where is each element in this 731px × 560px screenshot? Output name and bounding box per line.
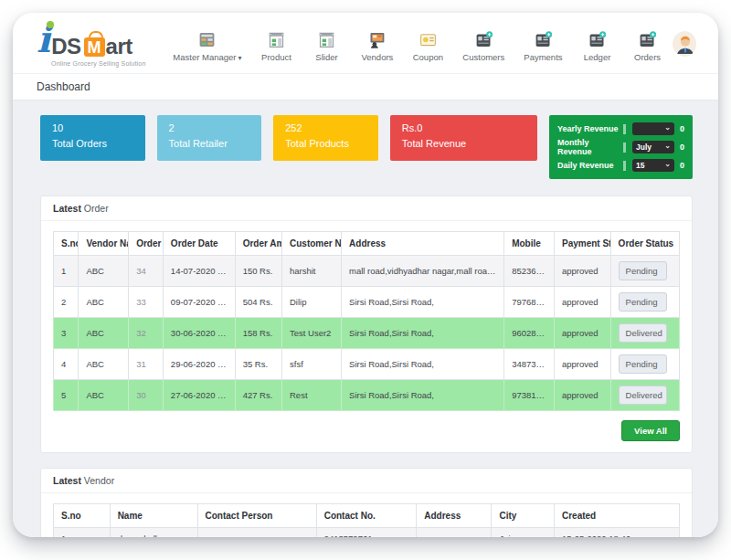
logo-letter-m: M bbox=[88, 38, 101, 57]
nav-item-customers[interactable]: Customers bbox=[462, 30, 504, 62]
grid-icon bbox=[197, 30, 217, 49]
cell-vendor: ABC bbox=[79, 318, 129, 349]
user-avatar[interactable] bbox=[673, 31, 696, 57]
nav-item-label: Product bbox=[261, 52, 291, 62]
table-row: 1ABC3414-07-2020 11:57 AM150 Rs.harshitm… bbox=[54, 256, 680, 287]
order-status-box[interactable]: Pending bbox=[619, 354, 668, 374]
order-status-box[interactable]: Delivered bbox=[619, 386, 668, 405]
cell-sno: 1 bbox=[54, 256, 79, 287]
cell-mobile: 8523697410 bbox=[504, 256, 555, 287]
cell-payment: approved bbox=[554, 318, 610, 349]
cell-sno: 5 bbox=[54, 380, 79, 411]
cell-address: Sirsi Road,Sirsi Road, bbox=[342, 318, 504, 349]
latest-vendor-table: S.noNameContact PersonContact No.Address… bbox=[53, 503, 680, 537]
cell-mobile: 9738108873 bbox=[504, 380, 555, 411]
nav-item-product[interactable]: Product bbox=[260, 30, 291, 62]
select-value: July bbox=[636, 143, 652, 152]
daily-revenue-row: Daily Revenue150 bbox=[557, 159, 684, 172]
header-row: S.noVendor NameOrder NoOrder DateOrder A… bbox=[54, 232, 680, 256]
cell-date: 29-06-2020 16:20 PM bbox=[163, 349, 235, 380]
nav-item-slider[interactable]: Slider bbox=[311, 30, 342, 62]
select-value: 15 bbox=[636, 161, 644, 170]
orders-view-all-button[interactable]: View All bbox=[621, 420, 680, 441]
cell-order_no: 31 bbox=[129, 349, 164, 380]
divider-bar bbox=[623, 143, 626, 153]
contact-card-icon bbox=[534, 30, 553, 49]
cell-address: mall road,vidhyadhar nagar,mall road,vid… bbox=[342, 256, 504, 287]
logo-tagline: Online Grocery Selling Solution bbox=[51, 60, 173, 67]
daily-revenue-select[interactable]: 15 bbox=[632, 159, 674, 172]
stat-card-total-orders: 10Total Orders bbox=[40, 115, 145, 161]
order-status-box[interactable]: Pending bbox=[619, 292, 668, 312]
stat-label: Total Orders bbox=[52, 138, 133, 149]
divider-bar bbox=[623, 124, 626, 134]
cell-customer: Test User2 bbox=[282, 318, 342, 349]
nav-item-payments[interactable]: Payments bbox=[524, 30, 562, 62]
cell-date: 14-07-2020 11:57 AM bbox=[163, 256, 235, 287]
order-status-box[interactable]: Delivered bbox=[619, 323, 668, 343]
table-row: 5ABC3027-06-2020 16:22 PM427 Rs.RestSirs… bbox=[54, 380, 680, 411]
cell-contact_person bbox=[197, 528, 316, 538]
yearly-revenue-select[interactable] bbox=[632, 122, 674, 135]
stat-card-total-products: 252Total Products bbox=[273, 115, 378, 161]
nav-item-label: Vendors bbox=[361, 52, 393, 62]
monthly-revenue-select[interactable]: July bbox=[632, 141, 674, 153]
cell-contact_no: 9413579761 bbox=[316, 528, 417, 538]
cell-customer: Dilip bbox=[282, 287, 342, 318]
cell-address: Sirsi Road,Sirsi Road, bbox=[342, 349, 504, 380]
logo-letter-i: i bbox=[37, 21, 50, 58]
cell-mobile: 9602891887 bbox=[504, 318, 555, 349]
table-row: 1doomshell9413579761Jaipur15-05-2020 18:… bbox=[54, 528, 680, 538]
nav-item-orders[interactable]: Orders bbox=[632, 30, 663, 62]
cell-order_no: 34 bbox=[129, 256, 164, 287]
nav-item-label: Orders bbox=[634, 52, 661, 62]
cell-status: Delivered bbox=[610, 318, 679, 349]
latest-order-title: Latest Order bbox=[41, 196, 692, 221]
contact-card-icon bbox=[638, 30, 657, 49]
table-row: 4ABC3129-06-2020 16:20 PM35 Rs.sfsfSirsi… bbox=[54, 349, 680, 380]
nav-item-vendors[interactable]: Vendors bbox=[361, 30, 393, 62]
order-status-box[interactable]: Pending bbox=[619, 261, 668, 280]
contact-card-icon bbox=[588, 30, 607, 49]
cell-status: Pending bbox=[610, 256, 679, 287]
cell-order_no: 30 bbox=[129, 380, 164, 411]
divider-bar bbox=[623, 161, 626, 171]
column-header: Contact No. bbox=[316, 504, 417, 528]
nav-item-label: Payments bbox=[524, 52, 562, 62]
column-header: Order No bbox=[129, 232, 164, 256]
cell-vendor: ABC bbox=[79, 256, 129, 287]
storefront-icon bbox=[317, 30, 336, 49]
revenue-label: Monthly Revenue bbox=[557, 138, 623, 156]
app-logo: i DS M art Online Grocery Selling Soluti… bbox=[37, 21, 173, 67]
revenue-amount: 0 bbox=[680, 124, 684, 133]
cell-status: Pending bbox=[610, 349, 679, 380]
cell-date: 30-06-2020 11:25 AM bbox=[163, 318, 235, 349]
stat-label: Total Products bbox=[285, 138, 366, 149]
cell-amount: 158 Rs. bbox=[235, 318, 281, 349]
column-header: S.no bbox=[54, 504, 111, 528]
column-header: S.no bbox=[54, 232, 79, 256]
nav-item-coupon[interactable]: Coupon bbox=[412, 30, 443, 62]
stat-value: 252 bbox=[285, 122, 366, 133]
revenue-panel: Yearly Revenue0Monthly RevenueJuly0Daily… bbox=[549, 115, 693, 179]
nav-item-label: Customers bbox=[462, 52, 504, 62]
latest-vendor-section: Latest Vendor S.noNameContact PersonCont… bbox=[40, 468, 693, 537]
stat-value: 2 bbox=[169, 122, 250, 133]
shopping-bag-icon: M bbox=[84, 37, 105, 57]
column-header: Address bbox=[417, 504, 492, 528]
monthly-revenue-row: Monthly RevenueJuly0 bbox=[557, 138, 684, 156]
main-menu: Master ManagerProductSliderVendorsCoupon… bbox=[173, 26, 662, 62]
cell-payment: approved bbox=[554, 287, 610, 318]
latest-order-section: Latest Order S.noVendor NameOrder NoOrde… bbox=[40, 195, 693, 453]
contact-card-icon bbox=[474, 30, 493, 49]
nav-item-label: Slider bbox=[315, 52, 337, 62]
nav-item-label: Master Manager bbox=[173, 52, 241, 62]
cell-address bbox=[417, 528, 492, 538]
nav-item-master-manager[interactable]: Master Manager bbox=[173, 30, 241, 62]
cell-sno: 1 bbox=[54, 528, 111, 538]
column-header: Vendor Name bbox=[79, 232, 129, 256]
nav-item-ledger[interactable]: Ledger bbox=[582, 30, 613, 62]
cell-amount: 504 Rs. bbox=[235, 287, 281, 318]
cell-payment: approved bbox=[554, 256, 610, 287]
cell-status: Pending bbox=[610, 287, 679, 318]
